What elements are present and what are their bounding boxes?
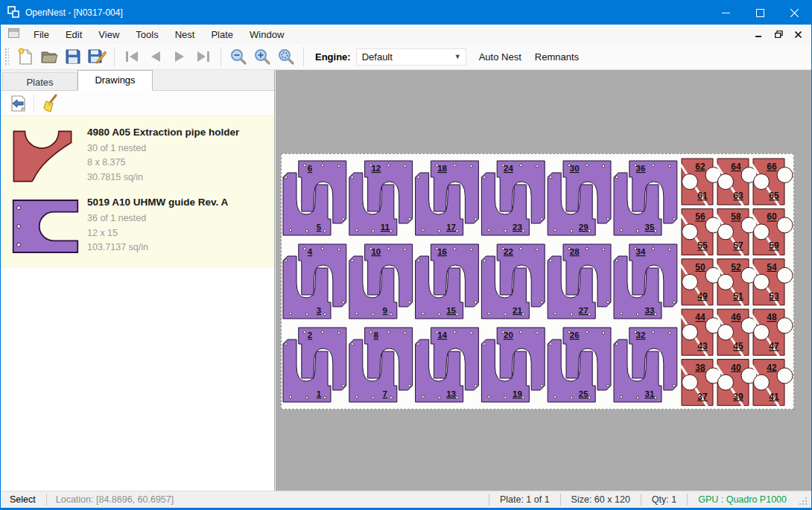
nested-pair-purple[interactable]: 87	[349, 328, 413, 402]
drill-hole	[536, 165, 539, 167]
part-number: 42	[767, 363, 777, 373]
nested-pair-purple[interactable]: 1615	[416, 244, 479, 319]
nested-pair-purple[interactable]: 21	[283, 328, 346, 402]
drill-hole	[456, 313, 458, 315]
drill-hole	[589, 229, 591, 232]
nested-pair-purple[interactable]: 65	[283, 161, 346, 235]
circular-notch	[682, 374, 698, 390]
nested-pair-purple[interactable]: 1413	[416, 328, 479, 402]
toolbar-separator	[303, 47, 304, 66]
next-plate-button[interactable]	[168, 45, 191, 68]
nest-canvas[interactable]: 6543211211109871817161514132423222120193…	[276, 70, 811, 491]
drill-hole	[620, 312, 622, 314]
menu-tools[interactable]: Tools	[127, 26, 166, 43]
close-button[interactable]	[777, 1, 811, 25]
new-file-button[interactable]	[13, 45, 37, 68]
open-file-button[interactable]	[37, 45, 61, 68]
save-as-button[interactable]	[85, 45, 109, 68]
engine-label: Engine:	[315, 51, 351, 63]
drill-hole	[387, 331, 390, 333]
part-number: 61	[697, 191, 708, 201]
drawing-item-uhmw-guide[interactable]: 5019 A10 UHMW guide Rev. A 36 of 1 neste…	[5, 191, 271, 261]
drill-hole	[522, 313, 524, 315]
drill-hole	[615, 176, 618, 178]
part-number: 10	[371, 247, 381, 256]
circular-notch	[718, 274, 734, 290]
drill-hole	[652, 164, 654, 166]
mdi-restore-icon[interactable]	[773, 29, 784, 39]
menu-view[interactable]: View	[90, 26, 127, 43]
menu-nest[interactable]: Nest	[167, 26, 203, 43]
tab-plates[interactable]: Plates	[2, 72, 77, 90]
engine-select[interactable]: Default ▼	[356, 48, 466, 66]
nested-pair-purple[interactable]: 1211	[349, 161, 413, 235]
tab-drawings[interactable]: Drawings	[77, 70, 153, 91]
drill-hole	[289, 312, 291, 314]
toolbar-grip[interactable]	[4, 48, 9, 66]
nested-pair-purple[interactable]: 2221	[481, 244, 545, 319]
part-number: 32	[636, 331, 646, 340]
last-plate-button[interactable]	[191, 45, 215, 68]
menu-window[interactable]: Window	[241, 26, 292, 43]
nested-pair-purple[interactable]: 2827	[548, 244, 611, 319]
zoom-in-button[interactable]	[250, 45, 274, 68]
nested-pair-purple[interactable]: 2019	[481, 328, 545, 402]
resize-grip-icon[interactable]	[799, 497, 809, 507]
drill-hole	[636, 229, 638, 232]
mdi-minimize-icon[interactable]	[753, 29, 765, 39]
part-number: 63	[733, 191, 743, 201]
auto-nest-button[interactable]: Auto Nest	[472, 48, 528, 66]
nested-pair-purple[interactable]: 2423	[481, 161, 545, 235]
nested-pair-purple[interactable]: 109	[349, 244, 413, 319]
drill-hole	[636, 396, 638, 398]
nested-pair-purple[interactable]: 3433	[614, 244, 677, 319]
drill-hole	[488, 229, 490, 231]
drill-hole	[606, 301, 609, 303]
part-number: 25	[579, 389, 589, 398]
part-number: 28	[570, 247, 580, 256]
drill-hole	[522, 396, 524, 398]
drill-hole	[673, 301, 675, 303]
first-plate-button[interactable]	[120, 45, 144, 68]
import-drawing-button[interactable]	[7, 93, 29, 114]
mdi-close-icon[interactable]	[792, 29, 804, 39]
drill-hole	[355, 395, 358, 398]
clear-drawings-button[interactable]	[39, 93, 61, 114]
part-number: 60	[767, 211, 777, 222]
plate-sheet[interactable]: 6543211211109871817161514132423222120193…	[281, 153, 794, 409]
mdi-child-icon[interactable]	[8, 28, 19, 40]
drill-hole	[456, 229, 458, 232]
nested-pair-purple[interactable]: 2625	[548, 328, 611, 402]
status-location: Location: [84.8696, 60.6957]	[47, 494, 183, 505]
drill-hole	[387, 247, 390, 249]
nested-pair-purple[interactable]: 3231	[614, 328, 677, 402]
nested-pair-purple[interactable]: 3635	[614, 161, 677, 235]
part-number: 45	[733, 341, 743, 351]
circular-notch	[718, 174, 734, 190]
zoom-out-button[interactable]	[226, 45, 250, 68]
remnants-button[interactable]: Remnants	[528, 48, 586, 66]
drill-hole	[305, 313, 308, 315]
previous-plate-button[interactable]	[144, 45, 168, 68]
drill-hole	[541, 301, 543, 303]
drawing-item-extraction-pipe-holder[interactable]: 4980 A05 Extraction pipe holder 30 of 1 …	[5, 121, 271, 191]
drill-hole	[289, 229, 291, 231]
minimize-button[interactable]	[708, 1, 743, 25]
part-number: 49	[697, 291, 708, 302]
drill-hole	[337, 331, 340, 334]
drill-hole	[438, 313, 440, 315]
menu-file[interactable]: File	[25, 26, 57, 43]
menu-edit[interactable]: Edit	[57, 26, 90, 43]
nested-pair-purple[interactable]: 1817	[416, 161, 479, 235]
maximize-button[interactable]	[743, 1, 777, 25]
circular-notch	[682, 224, 698, 240]
drill-hole	[504, 313, 507, 315]
status-bar: Select Location: [84.8696, 60.6957] Plat…	[1, 491, 811, 509]
zoom-fit-button[interactable]	[274, 45, 298, 68]
nested-pair-purple[interactable]: 43	[283, 244, 346, 319]
nested-pair-purple[interactable]: 3029	[548, 161, 611, 235]
menu-plate[interactable]: Plate	[203, 26, 241, 43]
part-number: 44	[695, 312, 705, 322]
save-button[interactable]	[61, 45, 85, 68]
drill-hole	[504, 229, 507, 232]
